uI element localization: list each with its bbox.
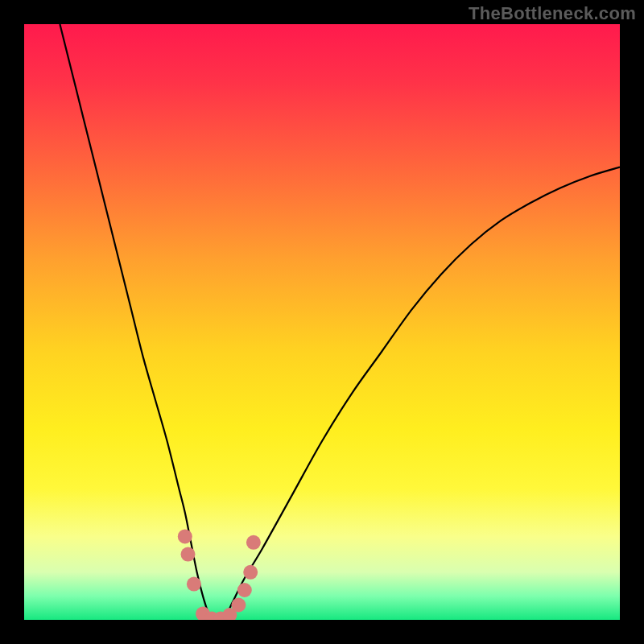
plot-area — [24, 24, 620, 620]
marker-dot — [181, 547, 196, 562]
marker-dot — [231, 598, 246, 613]
marker-dot — [243, 565, 258, 580]
bottleneck-chart — [24, 24, 620, 620]
marker-dot — [246, 535, 261, 550]
marker-dot — [178, 529, 192, 543]
gradient-background — [24, 24, 620, 620]
chart-frame: TheBottleneck.com — [0, 0, 644, 644]
marker-dot — [237, 583, 252, 597]
attribution-label: TheBottleneck.com — [469, 3, 636, 24]
marker-dot — [187, 577, 201, 592]
